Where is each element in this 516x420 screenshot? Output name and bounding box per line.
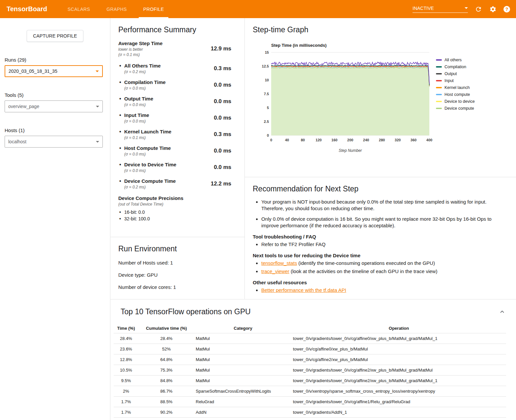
tools-label: Tools (5) (5, 92, 105, 98)
recommendation-title: Recommendation for Next Step (253, 184, 502, 193)
precisions-note: (out of Total Device Time) (118, 202, 231, 207)
legend-label: Output (444, 71, 457, 76)
average-step-time-row: Average Step Time lower is better (σ = 0… (118, 40, 231, 57)
metric-label-group: Kernel Launch Time(σ = 0.1 ms) (118, 128, 171, 140)
legend-item: Input (436, 78, 475, 83)
table-cell: MatMul (194, 333, 292, 344)
precisions-list: 16-bit: 0.032-bit: 100.0 (118, 209, 231, 222)
metric-label: Input Time (124, 112, 149, 119)
help-icon[interactable]: ? (503, 6, 510, 13)
recommendation-bullets: Your program is NOT input-bound because … (253, 199, 502, 229)
legend-swatch (436, 101, 442, 102)
legend-item: Output (436, 71, 475, 76)
table-row: 9.5%84.8%MatMultower_0/v/gradients/tower… (114, 376, 506, 386)
gear-icon[interactable] (489, 5, 497, 13)
metric-sigma: (σ = 0.2 ms) (124, 184, 176, 190)
recommendation-card: Recommendation for Next Step Your progra… (245, 177, 516, 299)
precisions-label: Device Compute Precisions (118, 195, 231, 202)
rec-section-items: Better performance with the tf.data API (253, 287, 502, 294)
svg-text:360: 360 (411, 138, 416, 142)
table-cell: 86.7% (138, 386, 194, 397)
rec-item-text: Refer to the TF2 Profiler FAQ (261, 241, 326, 247)
svg-text:160: 160 (331, 138, 337, 142)
table-body: 28.4%28.4%MatMultower_0/v/gradients/towe… (114, 333, 506, 420)
svg-text:7.5: 7.5 (264, 92, 269, 96)
svg-text:320: 320 (395, 138, 401, 142)
rec-section-item: trace_viewer (look at the activities on … (261, 268, 502, 275)
env-line: Number of device cores: 1 (118, 284, 237, 290)
capture-profile-button[interactable]: CAPTURE PROFILE (27, 30, 83, 42)
legend-item: Host compute (436, 92, 475, 97)
table-cell: 10.5% (114, 365, 138, 376)
chevron-down-icon (96, 106, 99, 107)
svg-text:80: 80 (301, 138, 305, 142)
tab-graphs[interactable]: GRAPHS (102, 0, 131, 18)
svg-text:15: 15 (265, 50, 269, 54)
metric-value: 0.0 ms (214, 115, 231, 121)
table-cell: 9.5% (114, 376, 138, 386)
table-cell: MatMul (194, 354, 292, 365)
metric-sigma: (σ = 0.0 ms) (124, 102, 153, 107)
recommendation-bullet: Only 0.0% of device computation is 16 bi… (261, 216, 502, 229)
metric-sigma: (σ = 0.1 ms) (124, 135, 171, 140)
table-row: 12.8%64.8%MatMultower_0/v/cg/affine2/xw_… (114, 354, 506, 365)
hosts-select[interactable]: localhost (5, 136, 103, 148)
tab-profile[interactable]: PROFILE (139, 0, 169, 18)
table-cell: MatMul (194, 365, 292, 376)
run-environment-card: Run Environment Number of Hosts used: 1D… (110, 237, 244, 299)
legend-swatch (436, 80, 442, 81)
metric-row: All Others Time(σ = 0.2 ms)0.3 ms (118, 63, 231, 74)
refresh-icon[interactable] (474, 5, 482, 13)
table-cell: tower_0/v/gradients/tower_0/v/cg/affine2… (292, 376, 506, 386)
svg-text:280: 280 (379, 138, 385, 142)
tools-select[interactable]: overview_page (5, 100, 103, 112)
rec-section-item: tensorflow_stats (identify the time-cons… (261, 260, 502, 266)
legend-label: Kernel launch (444, 85, 470, 90)
table-cell: 12.8% (114, 354, 138, 365)
table-cell: MatMul (194, 376, 292, 386)
rec-section-heading: Next tools to use for reducing the Devic… (253, 253, 502, 258)
metric-label: Output Time (124, 96, 153, 102)
run-environment-title: Run Environment (118, 244, 237, 253)
table-row: 10.5%75.3%MatMultower_0/v/gradients/towe… (114, 365, 506, 376)
recommendation-sections: Tool troubleshooting / FAQRefer to the T… (253, 234, 502, 294)
metric-value: 0.0 ms (214, 82, 231, 88)
rec-link[interactable]: Better performance with the tf.data API (261, 287, 346, 293)
performance-summary-title: Performance Summary (118, 25, 231, 34)
svg-text:400: 400 (426, 138, 432, 142)
tools-select-value: overview_page (8, 104, 39, 109)
tab-scalars[interactable]: SCALARS (63, 0, 95, 18)
table-cell: 1.7% (114, 418, 138, 420)
metric-label-group: Host Compute Time(σ = 0.0 ms) (118, 145, 171, 157)
legend-swatch (436, 94, 442, 95)
metric-row: Device to Device Time(σ = 0.0 ms)0.0 ms (118, 161, 231, 173)
metrics-list: All Others Time(σ = 0.2 ms)0.3 msCompila… (118, 63, 231, 190)
collapse-chevron-up-icon[interactable] (498, 308, 506, 316)
runs-select[interactable]: 2020_03_05_18_31_35 (5, 65, 103, 77)
rec-link[interactable]: tensorflow_stats (261, 260, 297, 266)
rec-item-text: (identify the time-consuming operations … (297, 260, 435, 266)
top-ops-section: Top 10 TensorFlow operations on GPU Time… (110, 299, 516, 420)
metric-label: Average Step Time (118, 40, 162, 47)
table-row: 28.4%28.4%MatMultower_0/v/gradients/towe… (114, 333, 506, 344)
rec-link[interactable]: trace_viewer (261, 268, 289, 274)
legend-swatch (436, 59, 442, 61)
svg-text:5: 5 (267, 106, 269, 110)
status-dropdown[interactable]: INACTIVE (413, 6, 468, 13)
rec-section-heading: Tool troubleshooting / FAQ (253, 234, 502, 239)
metric-label-group: All Others Time(σ = 0.2 ms) (118, 63, 161, 74)
table-cell: tower_0/v/gradients/tower_0/v/cg/affine2… (292, 365, 506, 376)
legend-label: Device to device (444, 99, 475, 104)
legend-swatch (436, 87, 442, 88)
metric-row: Output Time(σ = 0.0 ms)0.0 ms (118, 96, 231, 107)
precision-item: 16-bit: 0.0 (118, 209, 231, 215)
legend-label: Device compute (444, 106, 474, 111)
app-title: TensorBoard (7, 5, 59, 13)
chevron-down-icon (465, 7, 468, 9)
legend-item: All others (436, 58, 475, 62)
device-compute-precisions: Device Compute Precisions (out of Total … (118, 195, 231, 222)
rec-item-text: (look at the activities on the timeline … (289, 268, 437, 274)
table-cell: 1.7% (114, 397, 138, 407)
table-cell: AddN (194, 407, 292, 418)
metric-sigma: (σ = 0.0 ms) (124, 86, 166, 91)
